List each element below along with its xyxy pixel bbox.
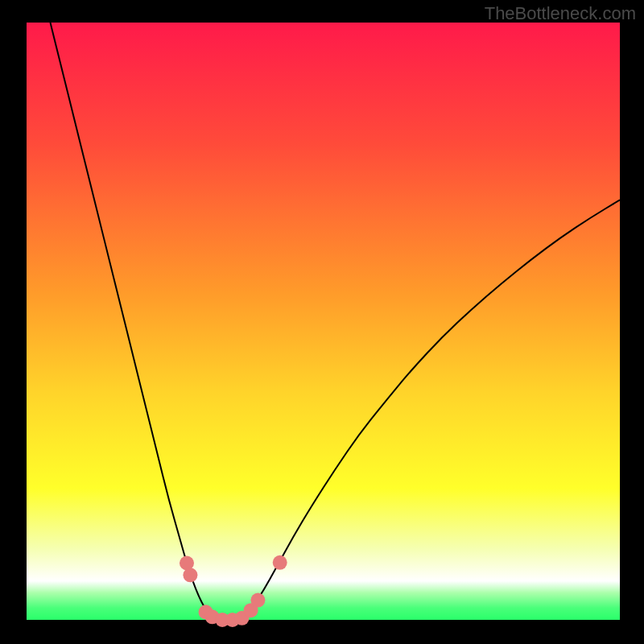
marker-point [273, 555, 287, 570]
plot-background [27, 23, 620, 620]
watermark-text: TheBottleneck.com [485, 3, 636, 24]
marker-point [183, 568, 197, 582]
marker-point [250, 593, 265, 608]
bottleneck-chart [0, 0, 644, 644]
chart-container: TheBottleneck.com [0, 0, 644, 644]
